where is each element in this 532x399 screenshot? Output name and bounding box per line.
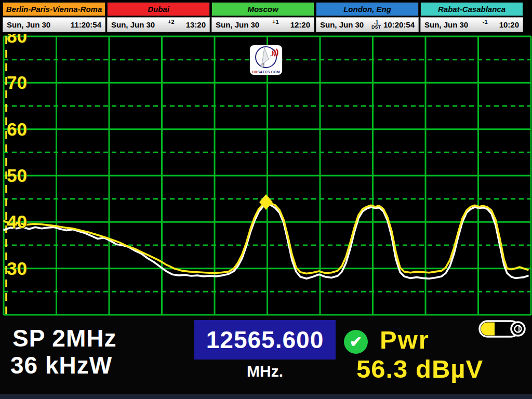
clock-time-row: Sun, Jun 30 11:20:54 [3,17,105,32]
clock-panel-rabat: Rabat-Casablanca Sun, Jun 30 -1 10:20 [420,2,523,32]
clock-panel-berlin: Berlin-Paris-Vienna-Roma Sun, Jun 30 11:… [3,2,105,32]
clock-time-row: Sun, Jun 30 +1 12:20 [211,17,314,32]
power-label: Pwr [380,325,430,354]
clock-utc-offset: -1 [483,19,488,25]
dxsatcs-logo: DXSATCS.COM [250,45,282,75]
span-label: SP 2MHz [12,324,116,352]
world-clock-bar: Berlin-Paris-Vienna-Roma Sun, Jun 30 11:… [3,2,523,32]
spectrum-plot: 80 70 60 50 40 30 [0,34,532,316]
clock-time: 12:20 [290,20,310,29]
clock-city-label: Dubai [107,2,210,16]
frequency-display[interactable]: 12565.600 [194,320,336,360]
clock-panel-london: London, Eng Sun, Jun 30 -1 DST 10:20:54 [316,2,419,32]
readout-bar: SP 2MHz 36 kHzW 12565.600 MHz. ✔ Pwr 56.… [0,316,532,395]
clock-city-label: Rabat-Casablanca [420,2,523,16]
clock-time-row: Sun, Jun 30 -1 10:20 [420,17,523,32]
clock-time-row: Sun, Jun 30 +2 13:20 [107,17,210,32]
clock-time: 10:20 [499,20,519,29]
y-axis-label: 40 [7,211,43,232]
clock-panel-dubai: Dubai Sun, Jun 30 +2 13:20 [107,2,210,32]
clock-date: Sun, Jun 30 [424,20,483,29]
spectrum-svg [0,34,532,316]
y-axis-label: 60 [7,119,43,140]
clock-city-label: London, Eng [316,2,419,16]
battery-icon [478,319,527,339]
clock-date: Sun, Jun 30 [7,20,71,29]
clock-date: Sun, Jun 30 [216,20,272,29]
clock-time-row: Sun, Jun 30 -1 DST 10:20:54 [316,17,419,32]
clock-time: 11:20:54 [71,20,101,29]
clock-dst-indicator: -1 DST [371,21,381,29]
clock-utc-offset: +1 [272,19,279,25]
clock-utc-offset: +2 [168,19,175,25]
lock-check-icon: ✔ [344,330,368,354]
y-axis-label: 70 [7,72,43,93]
clock-date: Sun, Jun 30 [111,20,168,29]
clock-time: 10:20:54 [383,20,415,29]
clock-city-label: Moscow [211,2,314,16]
bottom-strip [0,394,532,399]
y-axis-label: 50 [7,165,43,186]
clock-date: Sun, Jun 30 [320,20,371,29]
clock-city-label: Berlin-Paris-Vienna-Roma [3,2,105,16]
spectrum-analyzer-screen: Berlin-Paris-Vienna-Roma Sun, Jun 30 11:… [0,0,532,399]
clock-panel-moscow: Moscow Sun, Jun 30 +1 12:20 [211,2,314,32]
y-axis-label: 30 [7,258,43,279]
clock-time: 13:20 [186,20,206,29]
bandwidth-label: 36 kHzW [10,351,112,379]
frequency-unit-label: MHz. [194,363,336,380]
satellite-dish-icon [251,46,281,70]
logo-text: DXSATCS.COM [250,70,282,74]
y-axis-label: 80 [7,34,43,47]
power-value: 56.3 dBµV [356,354,483,383]
